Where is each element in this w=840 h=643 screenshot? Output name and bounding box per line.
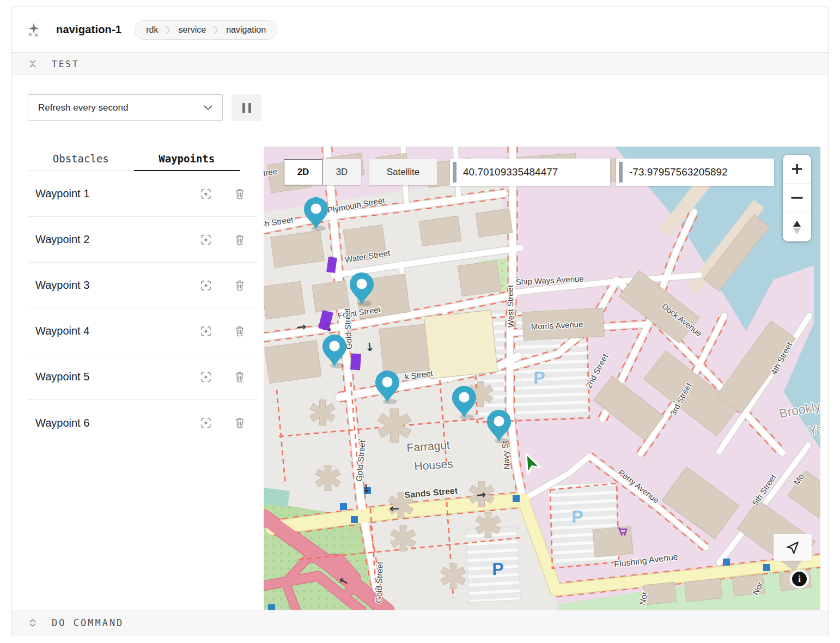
map-mode-2d-button[interactable]: 2D bbox=[284, 159, 322, 185]
focus-waypoint-button[interactable] bbox=[199, 370, 213, 384]
drag-handle[interactable] bbox=[619, 162, 623, 183]
trash-icon bbox=[233, 187, 246, 201]
plus-icon bbox=[790, 162, 804, 175]
parking-icon: P bbox=[533, 368, 545, 387]
street-label: tree bbox=[264, 167, 278, 178]
street-label: Gold Street bbox=[374, 561, 385, 603]
oneway-arrow-icon: → bbox=[360, 483, 374, 494]
do-command-label: DO COMMAND bbox=[52, 617, 124, 628]
trash-icon bbox=[233, 371, 246, 384]
focus-icon bbox=[199, 325, 212, 338]
map-attribution-button[interactable]: i bbox=[790, 569, 809, 589]
focus-waypoint-button[interactable] bbox=[199, 187, 213, 201]
waypoint-row: Waypoint 6 bbox=[28, 400, 257, 446]
oneway-arrow-icon: → bbox=[476, 488, 486, 502]
longitude-input[interactable] bbox=[623, 166, 774, 178]
zoom-in-button[interactable] bbox=[783, 155, 811, 184]
latitude-field bbox=[450, 159, 610, 186]
navigation-service-icon bbox=[27, 22, 43, 38]
compass-icon bbox=[790, 220, 804, 235]
navigation-arrow-icon bbox=[786, 541, 800, 555]
tab-obstacles[interactable]: Obstacles bbox=[28, 147, 134, 171]
marker-tabs: Obstacles Waypoints bbox=[28, 147, 240, 171]
zoom-out-button[interactable] bbox=[783, 184, 811, 213]
waypoint-row: Waypoint 5 bbox=[28, 354, 257, 400]
breadcrumb-item-rdk: rdk bbox=[146, 25, 158, 35]
page-title: navigation-1 bbox=[56, 23, 121, 36]
pause-button[interactable] bbox=[232, 94, 261, 121]
refresh-controls: Refresh every second bbox=[28, 94, 820, 121]
focus-waypoint-button[interactable] bbox=[199, 416, 213, 430]
waypoint-label: Waypoint 4 bbox=[35, 325, 199, 337]
navigation-card: navigation-1 rdk service navigation TEST… bbox=[11, 7, 829, 635]
tab-waypoints[interactable]: Waypoints bbox=[134, 147, 240, 171]
parking-icon: P bbox=[492, 559, 503, 579]
test-section-label: TEST bbox=[52, 59, 80, 69]
map-mode-3d-button[interactable]: 3D bbox=[322, 159, 361, 185]
longitude-field bbox=[616, 159, 774, 186]
breadcrumb-item-service: service bbox=[178, 25, 206, 35]
test-section-header[interactable]: TEST bbox=[11, 52, 829, 75]
pause-icon bbox=[242, 103, 245, 113]
oneway-arrow-icon: → bbox=[296, 320, 307, 333]
latitude-input[interactable] bbox=[456, 166, 610, 178]
oneway-arrow-icon: → bbox=[389, 502, 399, 515]
map-zoom-control bbox=[783, 155, 811, 241]
waypoint-row: Waypoint 2 bbox=[28, 217, 257, 263]
collapse-icon[interactable] bbox=[28, 59, 38, 69]
delete-waypoint-button[interactable] bbox=[233, 278, 247, 293]
trash-icon bbox=[233, 279, 246, 292]
pause-icon bbox=[248, 103, 251, 113]
card-header: navigation-1 rdk service navigation bbox=[11, 7, 829, 52]
parking-icon: P bbox=[571, 507, 583, 526]
map-canvas[interactable]: treeh StreetPlymouth StreetWater StreetF… bbox=[264, 147, 820, 611]
waypoint-label: Waypoint 3 bbox=[35, 279, 199, 292]
waypoint-row: Waypoint 1 bbox=[28, 171, 257, 217]
info-icon: i bbox=[792, 572, 807, 586]
focus-waypoint-button[interactable] bbox=[199, 324, 213, 338]
waypoint-label: Waypoint 6 bbox=[35, 417, 199, 429]
waypoint-row: Waypoint 4 bbox=[28, 308, 257, 354]
locate-robot-button[interactable] bbox=[774, 534, 812, 561]
waypoint-label: Waypoint 1 bbox=[35, 187, 199, 200]
focus-icon bbox=[199, 233, 212, 246]
waypoint-label: Waypoint 2 bbox=[35, 233, 199, 246]
focus-waypoint-button[interactable] bbox=[199, 278, 213, 293]
markers-panel: Obstacles Waypoints Waypoint 1 Waypoint … bbox=[28, 147, 257, 446]
delete-waypoint-button[interactable] bbox=[233, 187, 247, 201]
minus-icon bbox=[790, 191, 804, 204]
chevron-right-icon bbox=[166, 25, 171, 35]
focus-icon bbox=[199, 416, 212, 429]
waypoint-row: Waypoint 3 bbox=[28, 263, 257, 308]
do-command-section-header[interactable]: DO COMMAND bbox=[11, 610, 829, 635]
focus-icon bbox=[199, 279, 212, 292]
compass-reset-button[interactable] bbox=[783, 213, 811, 241]
refresh-rate-value: Refresh every second bbox=[38, 102, 128, 113]
delete-waypoint-button[interactable] bbox=[233, 370, 247, 384]
trash-icon bbox=[233, 416, 246, 429]
delete-waypoint-button[interactable] bbox=[233, 324, 247, 338]
drag-handle[interactable] bbox=[453, 162, 456, 183]
oneway-arrow-icon: → bbox=[363, 342, 376, 353]
refresh-rate-select[interactable]: Refresh every second bbox=[28, 94, 223, 121]
trash-icon bbox=[233, 233, 246, 246]
street-label: West Street bbox=[506, 284, 515, 327]
delete-waypoint-button[interactable] bbox=[233, 233, 247, 247]
focus-icon bbox=[199, 187, 212, 201]
breadcrumb-item-navigation: navigation bbox=[226, 25, 266, 35]
waypoint-label: Waypoint 5 bbox=[35, 371, 199, 383]
expand-icon[interactable] bbox=[28, 618, 38, 628]
obstacle-marker[interactable] bbox=[350, 353, 361, 370]
map-container: treeh StreetPlymouth StreetWater StreetF… bbox=[264, 147, 820, 611]
map-satellite-button[interactable]: Satellite bbox=[369, 159, 437, 185]
chevron-down-icon bbox=[204, 105, 212, 110]
breadcrumb: rdk service navigation bbox=[135, 20, 277, 40]
focus-icon bbox=[199, 371, 212, 384]
trash-icon bbox=[233, 325, 246, 338]
test-section-body: Refresh every second Obstacles Waypoints… bbox=[11, 94, 829, 611]
focus-waypoint-button[interactable] bbox=[199, 233, 213, 247]
delete-waypoint-button[interactable] bbox=[233, 416, 247, 430]
chevron-right-icon bbox=[214, 25, 218, 35]
